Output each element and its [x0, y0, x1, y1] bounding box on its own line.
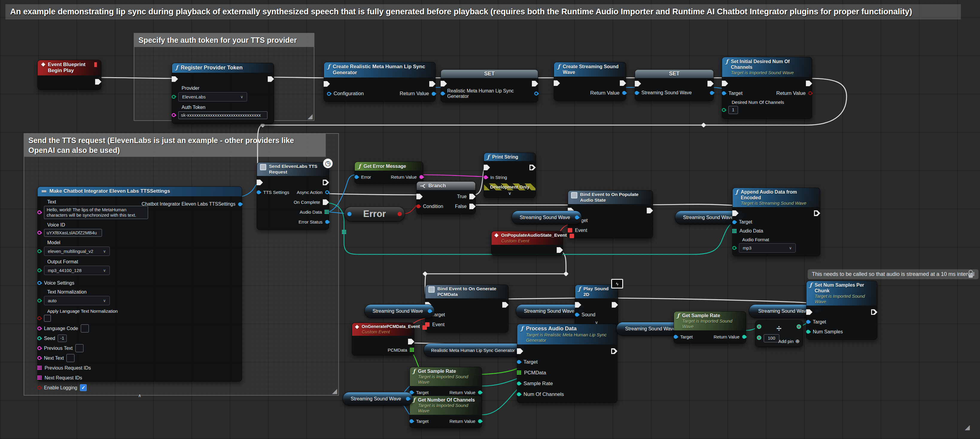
node-on-generate-pcmdata-event[interactable]: ◈ OnGeneratePCMData_Event Custom Event P…	[352, 323, 414, 356]
node-get-error-message[interactable]: ƒ Get Error Message Error Return Value	[355, 162, 423, 184]
node-send-elevenlabs-tts[interactable]: ◷ Send ElevenLabs TTS Request TTS Settin…	[257, 162, 329, 230]
struct-out-pin[interactable]	[238, 202, 242, 206]
node-play-sound-2d[interactable]: ϟ ƒ Play Sound 2D Sound ∨	[575, 285, 618, 327]
node-on-populate-audio-state-event[interactable]: ◈ OnPopulateAudioState_Event Custom Even…	[491, 231, 563, 256]
node-branch[interactable]: Branch True ConditionFalse	[417, 181, 476, 214]
var-streaming-sound-wave[interactable]: Streaming Sound Wave	[364, 304, 435, 318]
in-string-pin[interactable]	[484, 175, 488, 179]
exec-in-pin[interactable]	[257, 180, 263, 185]
var-streaming-sound-wave[interactable]: Streaming Sound Wave	[342, 392, 413, 406]
node-error-compact[interactable]: Error	[344, 207, 405, 221]
node-create-lipsync-generator[interactable]: ƒ Create Realistic Meta Human Lip Sync G…	[324, 62, 436, 102]
apply-normalization-pin[interactable]	[37, 316, 41, 320]
var-out-pin[interactable]	[406, 397, 410, 401]
event-delegate-pin[interactable]	[568, 228, 572, 232]
node-set-num-samples-per-chunk[interactable]: ƒ Set Num Samples Per Chunk Target is Im…	[806, 281, 877, 340]
output-format-pin[interactable]	[37, 269, 41, 272]
apply-normalization-checkbox[interactable]	[44, 315, 51, 322]
var-streaming-sound-wave[interactable]: Streaming Sound Wave	[512, 211, 582, 224]
blueprint-graph-canvas[interactable]: An example demonstrating lip sync during…	[0, 0, 980, 439]
audio-data-array-pin[interactable]	[325, 210, 329, 214]
node-set-lipsync-generator[interactable]: SET Realistic Meta Human Lip Sync Genera…	[441, 70, 538, 102]
exec-out-pin[interactable]	[408, 339, 414, 344]
node-set-initial-desired-channels[interactable]: ƒ Set Initial Desired Num Of Channels Ta…	[722, 57, 812, 119]
divide-out-pin[interactable]	[797, 324, 801, 329]
reroute-node[interactable]	[423, 271, 428, 277]
next-request-ids-array-pin[interactable]	[37, 375, 42, 380]
reroute-node[interactable]	[563, 271, 569, 277]
provider-enum-pin[interactable]	[172, 95, 176, 99]
resize-handle-icon[interactable]: ◢	[965, 424, 970, 431]
enable-logging-pin[interactable]	[37, 386, 41, 390]
previous-text-pin[interactable]	[37, 346, 41, 350]
variable-in-pin[interactable]	[635, 91, 639, 95]
sample-rate-pin[interactable]	[517, 382, 521, 385]
bubble-comment-icons[interactable]	[969, 270, 973, 278]
audio-format-dropdown[interactable]: mp3 ∨	[739, 243, 796, 253]
exec-out-pin[interactable]	[647, 208, 653, 213]
error-out-pin[interactable]	[398, 212, 402, 216]
node-create-streaming-sound-wave[interactable]: ƒ Create Streaming Sound Wave Return Val…	[554, 62, 626, 101]
false-exec-pin[interactable]	[469, 204, 476, 209]
desired-channels-input[interactable]: 1	[729, 106, 738, 114]
exec-out-pin[interactable]	[557, 247, 563, 253]
return-value-pin[interactable]	[478, 391, 482, 394]
target-pin[interactable]	[409, 419, 414, 423]
model-dropdown[interactable]: eleven_multilingual_v2 ∨	[44, 247, 110, 256]
desired-channels-pin[interactable]	[722, 108, 726, 112]
exec-out-pin[interactable]	[323, 180, 329, 185]
pcmdata-array-pin[interactable]	[517, 371, 522, 375]
text-normalization-pin[interactable]	[37, 299, 41, 302]
error-in-pin[interactable]	[347, 212, 352, 216]
num-samples-pin[interactable]	[806, 330, 810, 334]
language-code-input[interactable]	[81, 324, 89, 332]
true-exec-pin[interactable]	[469, 194, 476, 199]
seed-pin[interactable]	[37, 336, 41, 340]
collapse-up-icon[interactable]: ∧	[38, 393, 242, 399]
auth-token-string-pin[interactable]	[172, 113, 176, 117]
exec-in-pin[interactable]	[417, 194, 423, 199]
provider-dropdown[interactable]: ElevenLabs ∨	[178, 92, 247, 102]
bubble-comment[interactable]: This needs to be called so that audio is…	[808, 269, 978, 279]
exec-in-pin[interactable]	[575, 302, 581, 308]
num-channels-pin[interactable]	[517, 392, 521, 396]
text-normalization-dropdown[interactable]: auto ∨	[44, 296, 110, 305]
return-value-pin[interactable]	[622, 91, 626, 95]
var-out-pin[interactable]	[428, 309, 432, 313]
comment-bubble-icon[interactable]	[969, 275, 973, 278]
node-make-tts-settings[interactable]: ≔ Make Chatbot Integrator Eleven Labs TT…	[37, 186, 242, 382]
exec-out-pin[interactable]	[268, 76, 274, 82]
exec-in-pin[interactable]	[635, 81, 641, 86]
configuration-pin[interactable]	[327, 92, 331, 96]
exec-in-pin[interactable]	[441, 81, 447, 86]
output-format-dropdown[interactable]: mp3_44100_128 ∨	[44, 266, 110, 275]
node-append-audio-data[interactable]: ƒ Append Audio Data from Encoded Target …	[732, 188, 820, 256]
exec-out-pin[interactable]	[612, 302, 618, 308]
node-bind-generate-pcmdata[interactable]: Bind Event to On Generate PCMData Target…	[425, 285, 509, 332]
voice-id-input[interactable]: uYXf8XasLslADfZ2MB4u	[44, 229, 102, 237]
previous-text-input[interactable]	[75, 344, 83, 352]
node-get-number-of-channels[interactable]: ƒ Get Number Of Channels Target is Impor…	[409, 396, 482, 428]
variable-out-pin[interactable]	[710, 91, 714, 95]
divide-in-a-pin[interactable]	[757, 324, 761, 329]
node-event-begin-play[interactable]: ◈ Event Blueprint Begin Play	[37, 60, 102, 90]
exec-out-pin[interactable]	[708, 81, 714, 86]
exec-in-pin[interactable]	[806, 309, 813, 315]
node-set-streaming-sound-wave[interactable]: SET Streaming Sound Wave	[635, 70, 714, 101]
chevron-down-icon[interactable]: ∨	[484, 190, 536, 197]
exec-out-pin[interactable]	[429, 81, 436, 87]
variable-out-pin[interactable]	[534, 92, 538, 95]
add-pin-icon[interactable]: ⊕	[795, 338, 800, 344]
error-status-pin[interactable]	[325, 220, 329, 224]
audio-data-array-pin[interactable]	[732, 229, 737, 234]
exec-in-pin[interactable]	[722, 81, 728, 86]
exec-out-pin[interactable]	[620, 80, 626, 86]
seed-input[interactable]: -1	[58, 334, 67, 342]
reroute-array-node[interactable]	[342, 230, 347, 234]
resize-handle-icon[interactable]: ◢	[332, 388, 337, 394]
var-out-pin[interactable]	[575, 215, 579, 220]
target-pin[interactable]	[806, 320, 810, 324]
target-pin[interactable]	[732, 220, 736, 224]
node-divide[interactable]: ÷ 100 Add pin⊕	[755, 320, 803, 347]
return-value-pin[interactable]	[742, 335, 746, 339]
